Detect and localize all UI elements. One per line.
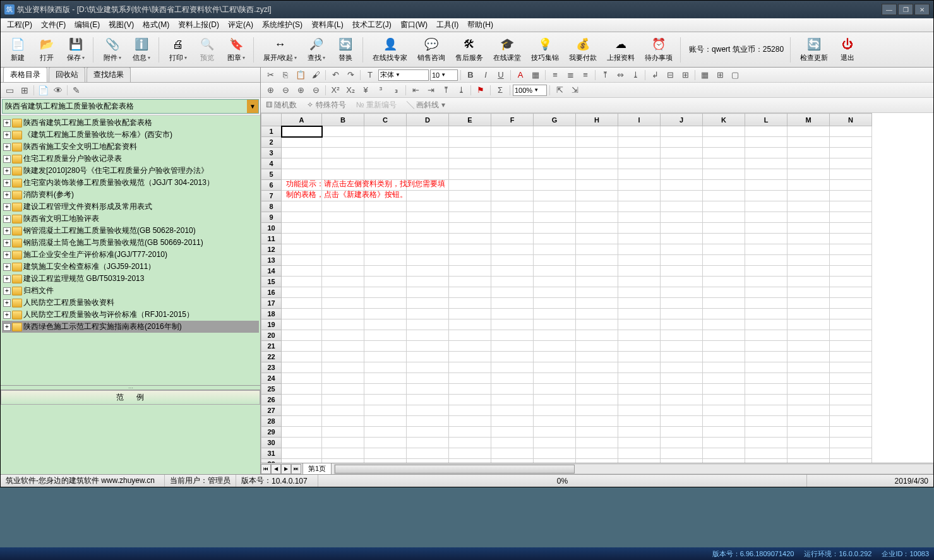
- cell[interactable]: [661, 180, 703, 191]
- cell[interactable]: [661, 330, 703, 341]
- cell[interactable]: [703, 255, 745, 266]
- tree-item[interactable]: +陕西省文明工地验评表: [2, 213, 259, 225]
- row-header[interactable]: 9: [261, 212, 282, 223]
- cell[interactable]: [745, 384, 787, 395]
- cell[interactable]: [322, 459, 364, 463]
- tree-item[interactable]: +陕建发[2010]280号《住宅工程质量分户验收管理办法》: [2, 165, 259, 177]
- row-header[interactable]: 6: [261, 180, 282, 191]
- cell[interactable]: [787, 277, 830, 287]
- cell[interactable]: [491, 191, 534, 201]
- cell[interactable]: [618, 266, 661, 277]
- cell[interactable]: [364, 223, 407, 234]
- cell[interactable]: [576, 405, 618, 416]
- cell[interactable]: [576, 319, 618, 330]
- cell[interactable]: [449, 427, 491, 438]
- cell[interactable]: [449, 438, 491, 448]
- cell[interactable]: [830, 416, 872, 427]
- left-tab-2[interactable]: 查找结果: [87, 68, 131, 82]
- cell[interactable]: [282, 287, 322, 298]
- cell[interactable]: [322, 438, 364, 448]
- col-header[interactable]: C: [364, 114, 407, 126]
- cell[interactable]: [449, 255, 491, 266]
- tree-item[interactable]: +建筑施工安全检查标准（JGJ59-2011）: [2, 261, 259, 273]
- cell[interactable]: [282, 126, 322, 137]
- cell[interactable]: [491, 277, 534, 287]
- col-header[interactable]: L: [745, 114, 787, 126]
- cell[interactable]: [745, 459, 787, 463]
- cell[interactable]: [618, 438, 661, 448]
- cell[interactable]: [407, 266, 449, 277]
- tree-item[interactable]: +施工企业安全生产评价标准(JGJ/T77-2010): [2, 249, 259, 261]
- cell[interactable]: [282, 341, 322, 352]
- cell[interactable]: [745, 223, 787, 234]
- cell[interactable]: [787, 384, 830, 395]
- expand-icon[interactable]: +: [3, 131, 11, 139]
- col-header[interactable]: A: [282, 114, 322, 126]
- row-header[interactable]: 17: [261, 298, 282, 309]
- menu-7[interactable]: 系统维护(S): [258, 18, 306, 32]
- cell[interactable]: [322, 362, 364, 373]
- cell[interactable]: [618, 330, 661, 341]
- cell[interactable]: [282, 309, 322, 319]
- row-header[interactable]: 21: [261, 341, 282, 352]
- sheet-first-icon[interactable]: ⏮: [261, 464, 271, 474]
- cell[interactable]: [661, 126, 703, 137]
- zoom-combo[interactable]: 100%▼: [513, 85, 547, 96]
- cell[interactable]: [282, 201, 322, 212]
- service-button[interactable]: 🛠售后服务: [452, 35, 487, 64]
- cell[interactable]: [830, 201, 872, 212]
- tree-item[interactable]: +钢管混凝土工程施工质量验收规范(GB 50628-2010): [2, 225, 259, 237]
- cell[interactable]: [322, 277, 364, 287]
- cell[interactable]: [745, 234, 787, 244]
- col-header[interactable]: H: [576, 114, 618, 126]
- cell[interactable]: [618, 287, 661, 298]
- cell[interactable]: [745, 148, 787, 158]
- cell[interactable]: [787, 137, 830, 148]
- tips-button[interactable]: 💡技巧集锦: [527, 35, 563, 64]
- cell[interactable]: [576, 362, 618, 373]
- expand-icon[interactable]: +: [3, 251, 11, 259]
- cell[interactable]: [661, 459, 703, 463]
- cell[interactable]: [282, 395, 322, 405]
- cell[interactable]: [534, 352, 576, 362]
- cell[interactable]: [282, 438, 322, 448]
- cell[interactable]: [787, 405, 830, 416]
- cell[interactable]: [282, 416, 322, 427]
- flag-icon[interactable]: ⚑: [474, 84, 488, 97]
- col-header[interactable]: B: [322, 114, 364, 126]
- cell[interactable]: [322, 352, 364, 362]
- cell[interactable]: [787, 352, 830, 362]
- row-header[interactable]: 15: [261, 277, 282, 287]
- cell[interactable]: [576, 255, 618, 266]
- cell[interactable]: [830, 427, 872, 438]
- renumber-button[interactable]: № 重新编号: [354, 98, 399, 112]
- cell[interactable]: [576, 223, 618, 234]
- cell[interactable]: [661, 158, 703, 169]
- cell[interactable]: [661, 255, 703, 266]
- cell[interactable]: [576, 244, 618, 255]
- grid-corner[interactable]: [261, 114, 282, 126]
- cell[interactable]: [534, 126, 576, 137]
- row-header[interactable]: 20: [261, 330, 282, 341]
- cell[interactable]: [618, 244, 661, 255]
- cell[interactable]: [703, 373, 745, 384]
- cell[interactable]: [534, 319, 576, 330]
- cell[interactable]: [830, 341, 872, 352]
- cell[interactable]: [745, 180, 787, 191]
- delete-row-icon[interactable]: ⊖: [278, 84, 292, 97]
- tree-item[interactable]: +建设工程监理规范 GB/T50319-2013: [2, 273, 259, 285]
- grid-area[interactable]: ABCDEFGHIJKLMN12345678910111213141516171…: [261, 113, 933, 463]
- cell[interactable]: [618, 191, 661, 201]
- cell[interactable]: [830, 319, 872, 330]
- cell[interactable]: [491, 180, 534, 191]
- cell[interactable]: [534, 405, 576, 416]
- cell[interactable]: [576, 169, 618, 180]
- bold-icon[interactable]: B: [464, 69, 477, 81]
- cell[interactable]: [449, 148, 491, 158]
- valign-middle-icon[interactable]: ⇔: [613, 69, 627, 81]
- cell[interactable]: [364, 352, 407, 362]
- cell[interactable]: [407, 362, 449, 373]
- cell[interactable]: [703, 287, 745, 298]
- cell[interactable]: [745, 309, 787, 319]
- cell[interactable]: [787, 148, 830, 158]
